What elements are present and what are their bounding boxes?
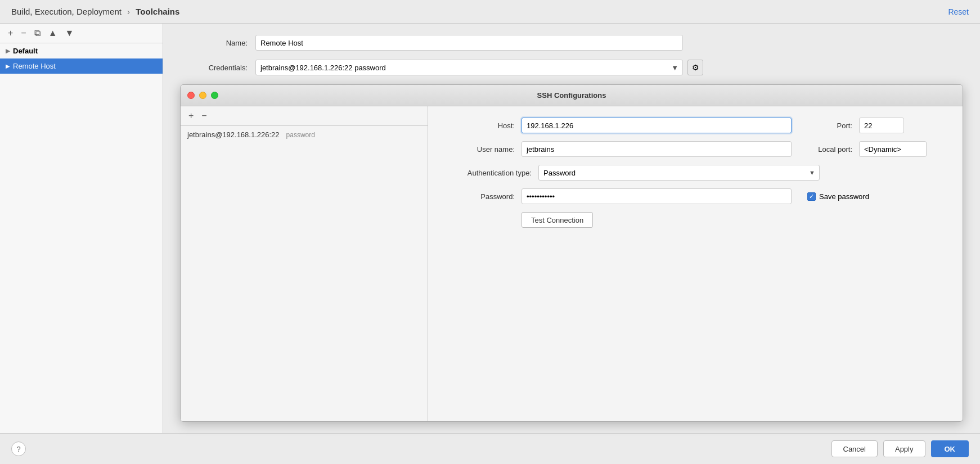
remove-toolchain-button[interactable]: − — [19, 27, 28, 39]
ssh-body: + − jetbrains@192.168.1.226:22 password … — [181, 106, 963, 421]
name-row: Name: — [180, 35, 963, 51]
auth-type-label: Authentication type: — [442, 169, 532, 177]
breadcrumb-part2: Toolchains — [136, 7, 179, 16]
username-localport-row: User name: Local port: — [442, 141, 949, 157]
credentials-select[interactable]: jetbrains@192.168.1.226:22 password — [255, 60, 683, 75]
local-port-label: Local port: — [807, 145, 852, 154]
name-input[interactable] — [255, 35, 683, 51]
breadcrumb-part1: Build, Execution, Deployment — [11, 7, 122, 16]
close-button[interactable] — [187, 92, 195, 99]
item-arrow-default: ▶ — [6, 48, 10, 54]
credentials-controls: jetbrains@192.168.1.226:22 password ▼ ⚙ — [255, 60, 703, 75]
test-connection-row: Test Connection — [442, 212, 949, 228]
item-arrow-remote: ▶ — [6, 63, 10, 69]
credentials-gear-button[interactable]: ⚙ — [687, 60, 703, 75]
sidebar-item-default[interactable]: ▶ Default — [0, 43, 163, 58]
breadcrumb-arrow: › — [127, 7, 130, 16]
password-row: Password: Save password — [442, 188, 949, 204]
password-label: Password: — [442, 192, 515, 201]
username-input[interactable] — [522, 141, 792, 157]
test-connection-button[interactable]: Test Connection — [522, 212, 593, 228]
sidebar-item-remote-host[interactable]: ▶ Remote Host — [0, 58, 163, 74]
sidebar-items: ▶ Default ▶ Remote Host — [0, 43, 163, 433]
credentials-row: Credentials: jetbrains@192.168.1.226:22 … — [180, 60, 963, 75]
auth-type-select[interactable]: Password Key pair OpenSSH config and aut… — [538, 165, 820, 181]
ssh-list-item[interactable]: jetbrains@192.168.1.226:22 password — [181, 126, 428, 143]
name-label: Name: — [180, 39, 248, 47]
local-port-input[interactable] — [859, 141, 927, 157]
outer-window: Build, Execution, Deployment › Toolchain… — [0, 0, 980, 464]
add-toolchain-button[interactable]: + — [6, 27, 15, 39]
apply-button[interactable]: Apply — [883, 440, 925, 457]
copy-toolchain-button[interactable]: ⧉ — [32, 27, 43, 39]
port-label: Port: — [807, 121, 852, 130]
ssh-list-item-sub: password — [286, 131, 315, 139]
remove-ssh-button[interactable]: − — [199, 110, 209, 122]
settings-content: + − ⧉ ▲ ▼ ▶ Default ▶ Remote Host — [0, 24, 980, 433]
auth-type-row: Authentication type: Password Key pair O… — [442, 165, 949, 181]
config-panel: Name: Credentials: jetbrains@192.168.1.2… — [163, 24, 980, 433]
credentials-label: Credentials: — [180, 64, 248, 72]
reset-button[interactable]: Reset — [948, 7, 969, 16]
ssh-dialog-title: SSH Configurations — [537, 91, 606, 100]
port-input[interactable] — [859, 118, 904, 133]
bottom-bar: ? Cancel Apply OK — [0, 433, 980, 464]
save-password-row: Save password — [807, 192, 869, 201]
add-ssh-button[interactable]: + — [186, 110, 196, 122]
save-password-checkbox[interactable] — [807, 192, 816, 201]
move-up-button[interactable]: ▲ — [46, 27, 60, 39]
credentials-select-wrapper: jetbrains@192.168.1.226:22 password ▼ — [255, 60, 683, 75]
settings-panel: Build, Execution, Deployment › Toolchain… — [0, 0, 980, 24]
bottom-right-buttons: Cancel Apply OK — [831, 440, 969, 457]
host-label: Host: — [442, 121, 515, 130]
save-password-label: Save password — [819, 192, 869, 201]
ssh-sidebar: + − jetbrains@192.168.1.226:22 password — [181, 106, 428, 421]
ok-button[interactable]: OK — [931, 440, 969, 457]
settings-sidebar: + − ⧉ ▲ ▼ ▶ Default ▶ Remote Host — [0, 24, 163, 433]
maximize-button[interactable] — [211, 92, 218, 99]
window-controls — [187, 92, 218, 99]
password-input[interactable] — [522, 188, 792, 204]
host-port-row: Host: Port: — [442, 118, 949, 133]
ssh-form: Host: Port: User name: Local port: — [428, 106, 963, 421]
auth-type-select-wrapper: Password Key pair OpenSSH config and aut… — [538, 165, 820, 181]
host-input[interactable] — [522, 118, 792, 133]
sidebar-item-default-label: Default — [13, 47, 38, 55]
help-button[interactable]: ? — [11, 442, 26, 456]
sidebar-toolbar: + − ⧉ ▲ ▼ — [0, 24, 163, 43]
ssh-dialog: ➜ SSH Configurations + — [180, 84, 963, 422]
sidebar-item-remote-label: Remote Host — [13, 62, 56, 70]
minimize-button[interactable] — [199, 92, 206, 99]
move-down-button[interactable]: ▼ — [63, 27, 77, 39]
breadcrumb: Build, Execution, Deployment › Toolchain… — [11, 7, 179, 16]
username-label: User name: — [442, 145, 515, 154]
ssh-titlebar: SSH Configurations — [181, 85, 963, 106]
ssh-sidebar-toolbar: + − — [181, 106, 428, 126]
ssh-list-item-main: jetbrains@192.168.1.226:22 — [187, 130, 280, 139]
cancel-button[interactable]: Cancel — [831, 440, 878, 457]
